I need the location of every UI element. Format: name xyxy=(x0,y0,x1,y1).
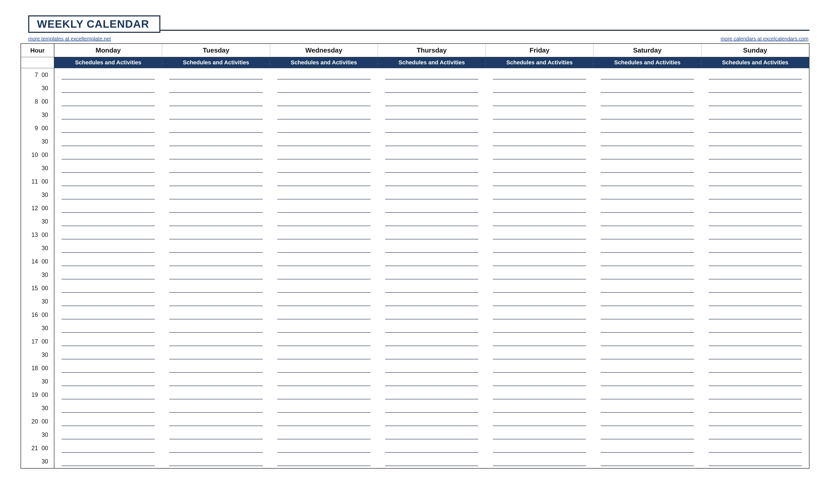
schedule-cell[interactable] xyxy=(486,415,594,428)
schedule-cell[interactable] xyxy=(54,95,162,108)
schedule-cell[interactable] xyxy=(378,362,486,375)
schedule-cell[interactable] xyxy=(486,295,594,308)
schedule-cell[interactable] xyxy=(54,68,162,81)
schedule-cell[interactable] xyxy=(486,108,594,122)
schedule-cell[interactable] xyxy=(594,455,701,468)
schedule-cell[interactable] xyxy=(270,122,378,135)
schedule-cell[interactable] xyxy=(486,388,594,401)
schedule-cell[interactable] xyxy=(162,188,270,201)
schedule-cell[interactable] xyxy=(378,415,486,428)
schedule-cell[interactable] xyxy=(378,68,486,81)
schedule-cell[interactable] xyxy=(162,401,270,415)
schedule-cell[interactable] xyxy=(270,135,378,148)
schedule-cell[interactable] xyxy=(594,428,701,441)
schedule-cell[interactable] xyxy=(54,135,162,148)
schedule-cell[interactable] xyxy=(270,401,378,415)
schedule-cell[interactable] xyxy=(162,148,270,162)
schedule-cell[interactable] xyxy=(54,255,162,268)
schedule-cell[interactable] xyxy=(594,415,701,428)
schedule-cell[interactable] xyxy=(378,401,486,415)
schedule-cell[interactable] xyxy=(54,215,162,228)
schedule-cell[interactable] xyxy=(486,322,594,335)
schedule-cell[interactable] xyxy=(486,68,594,81)
schedule-cell[interactable] xyxy=(162,415,270,428)
schedule-cell[interactable] xyxy=(270,108,378,122)
schedule-cell[interactable] xyxy=(162,388,270,401)
schedule-cell[interactable] xyxy=(270,348,378,362)
schedule-cell[interactable] xyxy=(486,362,594,375)
schedule-cell[interactable] xyxy=(162,348,270,362)
schedule-cell[interactable] xyxy=(54,188,162,201)
schedule-cell[interactable] xyxy=(486,148,594,162)
link-more-calendars[interactable]: more calendars at excelcalendars.com xyxy=(721,36,808,42)
schedule-cell[interactable] xyxy=(486,215,594,228)
schedule-cell[interactable] xyxy=(54,428,162,441)
schedule-cell[interactable] xyxy=(594,335,701,348)
schedule-cell[interactable] xyxy=(54,388,162,401)
schedule-cell[interactable] xyxy=(270,375,378,388)
schedule-cell[interactable] xyxy=(594,388,701,401)
schedule-cell[interactable] xyxy=(270,95,378,108)
schedule-cell[interactable] xyxy=(594,81,701,95)
schedule-cell[interactable] xyxy=(378,135,486,148)
schedule-cell[interactable] xyxy=(701,215,809,228)
schedule-cell[interactable] xyxy=(270,175,378,188)
schedule-cell[interactable] xyxy=(486,135,594,148)
schedule-cell[interactable] xyxy=(162,81,270,95)
schedule-cell[interactable] xyxy=(270,201,378,215)
schedule-cell[interactable] xyxy=(378,95,486,108)
schedule-cell[interactable] xyxy=(54,228,162,241)
schedule-cell[interactable] xyxy=(54,201,162,215)
schedule-cell[interactable] xyxy=(270,455,378,468)
schedule-cell[interactable] xyxy=(378,388,486,401)
schedule-cell[interactable] xyxy=(594,295,701,308)
schedule-cell[interactable] xyxy=(270,148,378,162)
schedule-cell[interactable] xyxy=(486,348,594,362)
schedule-cell[interactable] xyxy=(486,335,594,348)
schedule-cell[interactable] xyxy=(162,255,270,268)
schedule-cell[interactable] xyxy=(701,308,809,322)
schedule-cell[interactable] xyxy=(701,415,809,428)
schedule-cell[interactable] xyxy=(162,201,270,215)
schedule-cell[interactable] xyxy=(162,322,270,335)
schedule-cell[interactable] xyxy=(594,215,701,228)
schedule-cell[interactable] xyxy=(594,401,701,415)
schedule-cell[interactable] xyxy=(701,201,809,215)
schedule-cell[interactable] xyxy=(270,428,378,441)
schedule-cell[interactable] xyxy=(378,81,486,95)
schedule-cell[interactable] xyxy=(270,362,378,375)
schedule-cell[interactable] xyxy=(162,228,270,241)
schedule-cell[interactable] xyxy=(54,455,162,468)
schedule-cell[interactable] xyxy=(486,375,594,388)
schedule-cell[interactable] xyxy=(594,375,701,388)
schedule-cell[interactable] xyxy=(378,308,486,322)
schedule-cell[interactable] xyxy=(54,401,162,415)
schedule-cell[interactable] xyxy=(486,255,594,268)
schedule-cell[interactable] xyxy=(701,122,809,135)
schedule-cell[interactable] xyxy=(594,255,701,268)
schedule-cell[interactable] xyxy=(270,162,378,175)
schedule-cell[interactable] xyxy=(378,375,486,388)
schedule-cell[interactable] xyxy=(701,188,809,201)
schedule-cell[interactable] xyxy=(378,162,486,175)
schedule-cell[interactable] xyxy=(270,281,378,295)
schedule-cell[interactable] xyxy=(378,241,486,255)
schedule-cell[interactable] xyxy=(701,295,809,308)
schedule-cell[interactable] xyxy=(486,81,594,95)
schedule-cell[interactable] xyxy=(594,188,701,201)
schedule-cell[interactable] xyxy=(162,241,270,255)
schedule-cell[interactable] xyxy=(162,122,270,135)
schedule-cell[interactable] xyxy=(54,322,162,335)
schedule-cell[interactable] xyxy=(701,108,809,122)
schedule-cell[interactable] xyxy=(54,148,162,162)
schedule-cell[interactable] xyxy=(701,428,809,441)
schedule-cell[interactable] xyxy=(162,95,270,108)
schedule-cell[interactable] xyxy=(54,281,162,295)
schedule-cell[interactable] xyxy=(270,415,378,428)
schedule-cell[interactable] xyxy=(54,268,162,281)
schedule-cell[interactable] xyxy=(378,428,486,441)
schedule-cell[interactable] xyxy=(486,268,594,281)
schedule-cell[interactable] xyxy=(378,201,486,215)
schedule-cell[interactable] xyxy=(54,415,162,428)
schedule-cell[interactable] xyxy=(162,108,270,122)
